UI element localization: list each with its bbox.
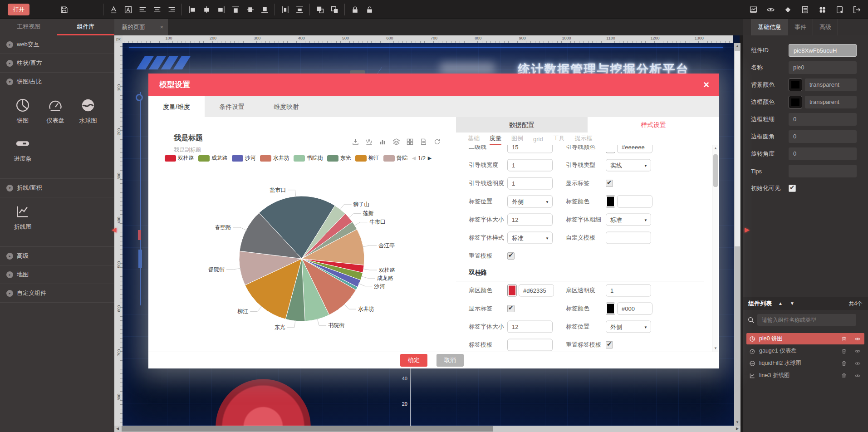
align-center-h-icon[interactable] xyxy=(199,0,214,19)
save-as-icon[interactable] xyxy=(71,0,86,19)
component-search-input[interactable] xyxy=(757,314,856,326)
align-middle-icon[interactable] xyxy=(243,0,257,19)
form-input[interactable]: 15 xyxy=(507,145,553,153)
form-input[interactable]: 1 xyxy=(507,159,553,172)
distribute-v-icon[interactable] xyxy=(292,0,307,19)
settings-scrollbar[interactable]: ▲ ▼ xyxy=(712,145,718,352)
trash-icon[interactable] xyxy=(841,373,847,379)
form-select[interactable]: 标准▼ xyxy=(606,214,651,226)
form-input[interactable]: 1 xyxy=(507,177,553,190)
form-checkbox[interactable] xyxy=(606,341,613,349)
property-input[interactable] xyxy=(789,165,857,177)
close-dialog-icon[interactable]: × xyxy=(703,79,709,91)
list-item-line3 折线图[interactable]: line3 折线图 xyxy=(746,370,864,381)
legend-item-水井坊[interactable]: 水井坊 xyxy=(260,154,289,162)
diamond-icon[interactable] xyxy=(781,0,794,19)
device-icon[interactable] xyxy=(833,0,846,19)
property-input[interactable]: pie0 xyxy=(789,61,857,74)
eye-icon[interactable] xyxy=(854,336,861,342)
pie-chart[interactable]: 盐市口狮子山莲新牛市口合江亭双桂路成龙路沙河水井坊书院街东光柳江督院街春熙路 xyxy=(151,168,455,341)
canvas-vertical-scrollbar[interactable]: ▲ ▼ xyxy=(734,43,740,426)
settings-tab-1[interactable]: 样式设置 xyxy=(588,117,719,133)
color-swatch[interactable] xyxy=(606,303,615,315)
settings-subtab-3[interactable]: grid xyxy=(533,136,543,145)
color-swatch[interactable] xyxy=(789,96,802,108)
sidebar-section-5[interactable]: ▸地图 xyxy=(0,265,114,284)
eye-icon[interactable] xyxy=(764,0,777,19)
form-select[interactable]: 标准▼ xyxy=(507,232,553,244)
form-input[interactable] xyxy=(606,232,651,244)
form-checkbox[interactable] xyxy=(606,180,613,187)
distribute-h-icon[interactable] xyxy=(278,0,292,19)
property-input[interactable]: 0 xyxy=(789,147,857,160)
text-box-icon[interactable] xyxy=(121,0,135,19)
sidebar-section-4[interactable]: ▸高级 xyxy=(0,247,114,265)
scroll-down-icon[interactable]: ▼ xyxy=(712,345,719,352)
sidebar-tab-0[interactable]: 工程视图 xyxy=(0,19,57,35)
legend-prev-icon[interactable]: ◀ xyxy=(412,155,416,161)
form-input[interactable]: #d62335 xyxy=(519,285,554,297)
widgets-icon[interactable] xyxy=(815,0,829,19)
sidebar-section-1[interactable]: ▸柱状/直方 xyxy=(0,54,114,73)
move-down-icon[interactable]: ▼ xyxy=(790,297,794,310)
form-input[interactable]: 12 xyxy=(507,214,553,226)
exit-icon[interactable] xyxy=(850,0,863,19)
legend-item-书院街[interactable]: 书院街 xyxy=(294,154,323,162)
download-icon[interactable] xyxy=(352,138,359,146)
trash-icon[interactable] xyxy=(841,336,847,342)
data-view-icon[interactable] xyxy=(420,138,427,146)
settings-subtab-1[interactable]: 度量 xyxy=(490,134,501,145)
eye-icon[interactable] xyxy=(854,348,861,354)
move-up-icon[interactable]: ▲ xyxy=(778,297,783,310)
vertical-scroll-thumb[interactable] xyxy=(735,51,740,246)
eye-icon[interactable] xyxy=(854,360,861,367)
align-text-right-icon[interactable] xyxy=(164,0,179,19)
form-input[interactable] xyxy=(507,339,553,351)
settings-subtab-5[interactable]: 提示框 xyxy=(575,134,593,145)
bring-front-icon[interactable] xyxy=(313,0,327,19)
unlock-icon[interactable] xyxy=(362,0,377,19)
sidebar-section-0[interactable]: ▸web交互 xyxy=(0,35,114,54)
sidebar-section-2[interactable]: ▾饼图/占比 xyxy=(0,73,114,91)
lock-icon[interactable] xyxy=(348,0,362,19)
horizontal-scroll-thumb[interactable] xyxy=(122,426,493,432)
collapse-right-panel-handle[interactable]: ▶ xyxy=(745,226,750,233)
component-item-折线图[interactable]: 折线图 xyxy=(6,204,39,242)
trash-icon[interactable] xyxy=(841,360,847,367)
legend-item-东光[interactable]: 东光 xyxy=(327,154,351,162)
sidebar-tab-1[interactable]: 组件库 xyxy=(57,19,114,35)
legend-item-沙河[interactable]: 沙河 xyxy=(232,154,256,162)
scroll-down-icon[interactable]: ▼ xyxy=(734,419,740,426)
dialog-tab-1[interactable]: 条件设置 xyxy=(205,96,259,117)
component-item-饼图[interactable]: 饼图 xyxy=(6,98,39,136)
panel-tab-2[interactable]: 高级 xyxy=(813,19,838,35)
legend-item-督院街[interactable]: 督院街 xyxy=(383,154,408,162)
form-checkbox[interactable] xyxy=(507,252,515,260)
dialog-tab-2[interactable]: 维度映射 xyxy=(259,96,314,117)
open-button[interactable]: 打开 xyxy=(8,4,29,15)
legend-next-icon[interactable]: ▶ xyxy=(428,155,432,161)
scroll-left-icon[interactable]: ◀ xyxy=(114,426,121,432)
tiled-icon[interactable] xyxy=(406,138,414,146)
property-checkbox[interactable] xyxy=(789,185,796,192)
close-tab-icon[interactable]: × xyxy=(160,19,163,35)
list-item-liquidFill2 水球图[interactable]: liquidFill2 水球图 xyxy=(746,358,864,369)
settings-subtab-4[interactable]: 工具 xyxy=(553,134,565,145)
align-left-icon[interactable] xyxy=(185,0,199,19)
component-item-仪表盘[interactable]: 仪表盘 xyxy=(39,98,72,136)
property-input[interactable]: 0 xyxy=(789,113,857,126)
scroll-up-icon[interactable]: ▲ xyxy=(734,43,740,49)
send-back-icon[interactable] xyxy=(327,0,342,19)
legend-item-双桂路[interactable]: 双桂路 xyxy=(165,154,194,162)
confirm-button[interactable]: 确定 xyxy=(400,354,427,367)
sidebar-section-6[interactable]: ▸自定义组件 xyxy=(0,284,114,303)
property-input[interactable]: transparent xyxy=(805,79,857,91)
form-input[interactable]: 12 xyxy=(507,321,553,333)
sidebar-section-3[interactable]: ▾折线/面积 xyxy=(0,179,114,197)
line-view-icon[interactable] xyxy=(365,138,373,146)
align-top-icon[interactable] xyxy=(228,0,243,19)
form-input[interactable]: 1 xyxy=(606,285,651,297)
panel-tab-0[interactable]: 基础信息 xyxy=(751,19,788,35)
legend-item-柳江[interactable]: 柳江 xyxy=(355,154,379,162)
page-tab[interactable]: 新的页面 × xyxy=(114,19,168,35)
